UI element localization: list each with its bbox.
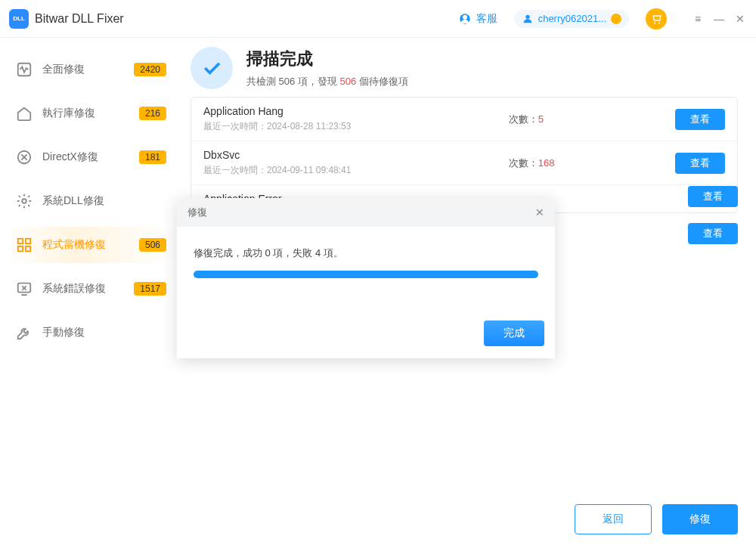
sidebar-item-system-error[interactable]: 系統錯誤修復 1517 bbox=[8, 271, 174, 307]
sidebar-badge: 181 bbox=[139, 150, 166, 164]
sidebar-item-label: 全面修復 bbox=[42, 63, 125, 76]
row-count: 次數：168 bbox=[509, 156, 675, 170]
row-time: 最近一次時間：2024-08-28 11:23:53 bbox=[203, 120, 509, 133]
progress-bar bbox=[194, 271, 538, 278]
user-name: cherry062021... bbox=[538, 13, 606, 24]
sidebar-item-full-repair[interactable]: 全面修復 2420 bbox=[8, 51, 174, 88]
scan-subtitle: 共檢測 506 項，發現 506 個待修復項 bbox=[246, 75, 408, 88]
sidebar-item-system-dll[interactable]: 系統DLL修復 bbox=[8, 183, 174, 219]
grid-icon bbox=[15, 236, 33, 254]
sidebar-item-label: 系統錯誤修復 bbox=[42, 282, 125, 296]
row-name: Application Hang bbox=[203, 105, 509, 117]
modal-done-button[interactable]: 完成 bbox=[484, 320, 544, 346]
sidebar: 全面修復 2420 執行庫修復 216 DirectX修復 181 系統DLL修… bbox=[0, 38, 181, 482]
sidebar-item-crash-repair[interactable]: 程式當機修復 506 bbox=[8, 227, 174, 263]
view-button[interactable]: 查看 bbox=[688, 186, 738, 207]
support-icon bbox=[458, 12, 472, 26]
cart-icon bbox=[650, 13, 662, 25]
support-link[interactable]: 客服 bbox=[458, 12, 497, 26]
svg-rect-8 bbox=[18, 239, 23, 243]
sidebar-badge: 2420 bbox=[134, 63, 166, 76]
minimize-button[interactable]: — bbox=[712, 12, 726, 26]
x-circle-icon bbox=[15, 148, 33, 166]
home-icon bbox=[15, 104, 33, 122]
row-count: 次數：5 bbox=[509, 113, 675, 126]
heartbeat-icon bbox=[15, 60, 33, 79]
svg-point-3 bbox=[654, 22, 655, 23]
support-label: 客服 bbox=[476, 12, 497, 26]
sidebar-badge: 506 bbox=[139, 238, 166, 252]
monitor-x-icon bbox=[15, 280, 33, 298]
app-logo-wrap: Bitwar DLL Fixer bbox=[9, 9, 124, 29]
sidebar-item-runtime[interactable]: 執行庫修復 216 bbox=[8, 95, 174, 132]
app-logo-icon bbox=[9, 9, 29, 29]
title-actions: 客服 cherry062021... ≡ — ✕ bbox=[458, 8, 747, 29]
sidebar-item-manual[interactable]: 手動修復 bbox=[8, 314, 174, 351]
window-controls: ≡ — ✕ bbox=[691, 12, 747, 26]
modal-title: 修復 bbox=[187, 206, 207, 219]
modal-close-button[interactable]: ✕ bbox=[535, 206, 544, 218]
check-circle-icon bbox=[191, 47, 233, 89]
wrench-icon bbox=[15, 324, 33, 342]
titlebar: Bitwar DLL Fixer 客服 cherry062021... ≡ — … bbox=[0, 0, 756, 38]
close-button[interactable]: ✕ bbox=[733, 12, 747, 26]
sidebar-item-directx[interactable]: DirectX修復 181 bbox=[8, 139, 174, 175]
repair-button[interactable]: 修復 bbox=[662, 504, 738, 534]
sidebar-badge: 216 bbox=[139, 107, 166, 120]
gear-icon bbox=[15, 192, 33, 210]
verify-badge-icon bbox=[611, 14, 621, 24]
repair-modal: 修復 ✕ 修復完成，成功 0 項，失敗 4 項。 完成 bbox=[177, 198, 555, 358]
cart-button[interactable] bbox=[646, 8, 667, 29]
svg-rect-5 bbox=[18, 63, 31, 76]
user-chip[interactable]: cherry062021... bbox=[514, 10, 629, 28]
scan-summary: 掃描完成 共檢測 506 項，發現 506 個待修復項 bbox=[191, 47, 738, 89]
user-icon bbox=[522, 13, 534, 25]
modal-message: 修復完成，成功 0 項，失敗 4 項。 bbox=[194, 246, 538, 260]
scan-title: 掃描完成 bbox=[246, 48, 408, 70]
svg-rect-9 bbox=[26, 239, 30, 243]
app-title: Bitwar DLL Fixer bbox=[35, 12, 124, 26]
table-row: Application Hang 最近一次時間：2024-08-28 11:23… bbox=[191, 98, 737, 141]
svg-rect-10 bbox=[18, 246, 23, 251]
table-row: DbxSvc 最近一次時間：2024-09-11 09:48:41 次數：168… bbox=[191, 141, 737, 185]
svg-point-4 bbox=[658, 22, 660, 23]
sidebar-item-label: 手動修復 bbox=[42, 326, 166, 339]
view-button[interactable]: 查看 bbox=[675, 109, 725, 130]
sidebar-item-label: 程式當機修復 bbox=[42, 238, 130, 252]
result-list: Application Hang 最近一次時間：2024-08-28 11:23… bbox=[191, 97, 738, 213]
svg-point-1 bbox=[463, 14, 467, 19]
row-time: 最近一次時間：2024-09-11 09:48:41 bbox=[203, 164, 509, 177]
svg-point-2 bbox=[525, 14, 529, 18]
footer: 返回 修復 bbox=[0, 482, 756, 545]
sidebar-item-label: DirectX修復 bbox=[42, 150, 130, 164]
sidebar-item-label: 系統DLL修復 bbox=[42, 194, 166, 208]
svg-point-7 bbox=[22, 199, 26, 203]
back-button[interactable]: 返回 bbox=[575, 504, 652, 534]
svg-rect-11 bbox=[26, 246, 30, 251]
sidebar-badge: 1517 bbox=[134, 282, 166, 296]
view-button[interactable]: 查看 bbox=[688, 223, 738, 244]
row-name: DbxSvc bbox=[203, 149, 509, 161]
menu-icon[interactable]: ≡ bbox=[691, 12, 705, 26]
view-button[interactable]: 查看 bbox=[675, 153, 725, 174]
sidebar-item-label: 執行庫修復 bbox=[42, 107, 130, 120]
